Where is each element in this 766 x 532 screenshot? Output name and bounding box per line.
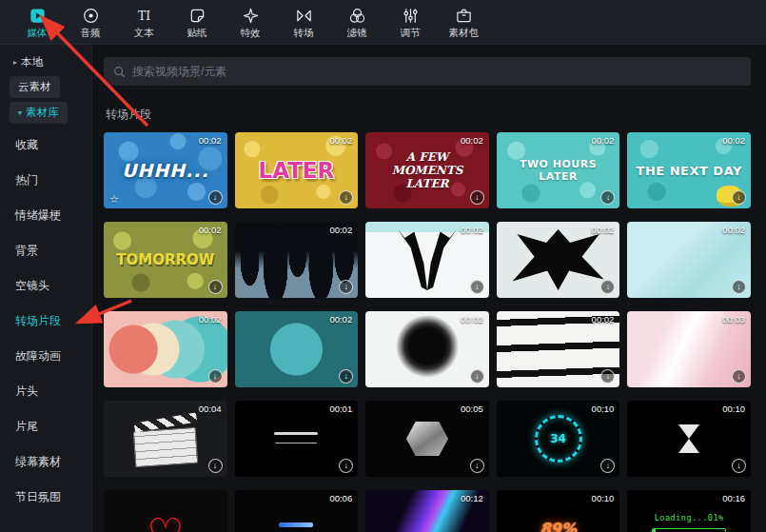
- grid-tile-3[interactable]: TWO HOURS LATER00:02↓: [497, 132, 620, 208]
- sidebar-item-festival[interactable]: 节日氛围: [0, 480, 91, 515]
- download-button[interactable]: ↓: [470, 369, 484, 384]
- download-button[interactable]: ↓: [732, 280, 746, 294]
- toolbar-item-text[interactable]: TI文本: [118, 4, 169, 40]
- filter-icon: [348, 6, 366, 25]
- toolbar-item-label: 特效: [241, 27, 261, 40]
- download-button[interactable]: ↓: [600, 369, 615, 384]
- sidebar-item-outro[interactable]: 片尾: [0, 409, 91, 444]
- toolbar-item-pack[interactable]: 素材包: [438, 4, 489, 40]
- sidebar-tab-label: 云素材: [18, 80, 51, 94]
- toolbar-item-label: 文本: [134, 27, 154, 40]
- sidebar-tab-local[interactable]: ▸本地: [10, 52, 47, 72]
- grid-tile-21[interactable]: 00:06↓: [235, 490, 359, 532]
- toolbar-item-transition[interactable]: 转场: [278, 4, 329, 40]
- tile-duration: 00:02: [199, 225, 222, 235]
- grid-tile-20[interactable]: ↓: [104, 490, 227, 532]
- grid-tile-12[interactable]: 00:02↓: [365, 311, 489, 387]
- tile-duration: 00:03: [722, 314, 745, 325]
- tile-duration: 00:01: [329, 404, 352, 414]
- download-button[interactable]: ↓: [600, 190, 615, 205]
- tile-duration: 00:02: [329, 314, 352, 325]
- download-button[interactable]: ↓: [339, 280, 353, 294]
- grid-tile-9[interactable]: 00:02↓: [627, 222, 751, 298]
- download-button[interactable]: ↓: [208, 369, 223, 384]
- sidebar-item-transition-clips[interactable]: 转场片段: [0, 304, 91, 339]
- tile-duration: 00:02: [461, 225, 483, 235]
- download-button[interactable]: ↓: [600, 280, 615, 294]
- download-button[interactable]: ↓: [208, 190, 223, 205]
- search-input[interactable]: [132, 65, 741, 78]
- tile-title: LATER: [253, 158, 341, 183]
- grid-tile-4[interactable]: THE NEXT DAY00:02↓: [627, 132, 751, 208]
- download-button[interactable]: ↓: [732, 190, 746, 205]
- toolbar-item-sticker[interactable]: 贴纸: [171, 4, 223, 40]
- download-button[interactable]: ↓: [470, 190, 484, 205]
- grid-tile-24[interactable]: Loading...01%00:16↓: [627, 490, 751, 532]
- grid-tile-0[interactable]: UHHH...00:02☆↓: [104, 132, 227, 208]
- download-button[interactable]: ↓: [732, 459, 746, 473]
- sidebar-tab-library[interactable]: ▾素材库: [10, 102, 68, 124]
- tile-duration: 00:10: [592, 493, 615, 503]
- download-button[interactable]: ↓: [208, 459, 223, 473]
- tile-duration: 00:16: [722, 493, 745, 503]
- download-button[interactable]: ↓: [208, 280, 223, 294]
- tile-duration: 00:05: [461, 404, 483, 414]
- sidebar-item-memes[interactable]: 情绪爆梗: [0, 198, 91, 233]
- grid-tile-6[interactable]: 00:02↓: [235, 222, 359, 298]
- tile-duration: 00:02: [199, 314, 222, 325]
- svg-text:TI: TI: [137, 9, 149, 22]
- grid-tile-15[interactable]: 00:04↓: [104, 401, 227, 477]
- download-button[interactable]: ↓: [470, 280, 484, 294]
- toolbar-item-adjust[interactable]: 调节: [384, 4, 436, 40]
- toolbar-item-filter[interactable]: 滤镜: [331, 4, 383, 40]
- grid-tile-23[interactable]: 89%00:10↓: [497, 490, 620, 532]
- tile-duration: 00:04: [199, 404, 222, 414]
- sidebar-item-intro[interactable]: 片头: [0, 374, 91, 409]
- grid-tile-19[interactable]: 00:10↓: [627, 401, 751, 477]
- grid-tile-18[interactable]: 3400:10↓: [497, 401, 620, 477]
- tile-duration: 00:10: [592, 404, 615, 414]
- toolbar-item-effects[interactable]: 特效: [225, 4, 276, 40]
- toolbar-item-label: 媒体: [28, 27, 48, 40]
- search-bar[interactable]: [104, 57, 751, 86]
- download-button[interactable]: ↓: [339, 190, 353, 205]
- sidebar-item-glitch[interactable]: 故障动画: [0, 339, 91, 374]
- favorite-star-icon[interactable]: ☆: [109, 193, 119, 206]
- grid-tile-8[interactable]: 00:02↓: [497, 222, 620, 298]
- download-button[interactable]: ↓: [600, 459, 615, 473]
- sidebar-item-green-screen[interactable]: 绿幕素材: [0, 444, 91, 480]
- grid-tile-16[interactable]: 00:01↓: [235, 401, 359, 477]
- tile-duration: 00:06: [329, 493, 352, 503]
- download-button[interactable]: ↓: [732, 369, 746, 384]
- tile-title: UHHH...: [116, 160, 215, 181]
- pack-icon: [455, 6, 473, 25]
- toolbar-item-label: 音频: [81, 27, 101, 40]
- grid-tile-10[interactable]: 00:02↓: [104, 311, 227, 387]
- grid-tile-1[interactable]: LATER00:02↓: [235, 132, 359, 208]
- toolbar-item-label: 贴纸: [187, 27, 207, 40]
- toolbar-item-media[interactable]: 媒体: [11, 4, 63, 40]
- grid-tile-11[interactable]: 00:02↓: [235, 311, 359, 387]
- grid-tile-5[interactable]: TOMORROW00:02↓: [104, 222, 227, 298]
- grid-tile-7[interactable]: 00:02↓: [365, 222, 489, 298]
- download-button[interactable]: ↓: [470, 459, 484, 473]
- audio-icon: [82, 6, 100, 25]
- sidebar-item-favorites[interactable]: 收藏: [0, 128, 91, 163]
- tile-duration: 00:02: [722, 225, 745, 235]
- sidebar-source-tabs: ▸本地云素材▾素材库: [0, 52, 91, 124]
- download-button[interactable]: ↓: [339, 459, 353, 473]
- toolbar-item-audio[interactable]: 音频: [65, 4, 116, 40]
- grid-tile-17[interactable]: 00:05↓: [365, 401, 489, 477]
- sidebar-item-background[interactable]: 背景: [0, 233, 91, 268]
- sidebar-tab-cloud[interactable]: 云素材: [10, 76, 60, 98]
- section-title: 转场片段: [106, 107, 751, 123]
- sidebar-item-empty-shot[interactable]: 空镜头: [0, 268, 91, 304]
- grid-tile-2[interactable]: A FEW MOMENTS LATER00:02↓: [365, 132, 489, 208]
- tile-duration: 00:02: [461, 314, 483, 325]
- sticker-icon: [188, 6, 206, 25]
- grid-tile-22[interactable]: 00:12↓: [365, 490, 489, 532]
- sidebar-item-hot[interactable]: 热门: [0, 163, 91, 198]
- grid-tile-14[interactable]: 00:03↓: [627, 311, 751, 387]
- grid-tile-13[interactable]: 00:02↓: [497, 311, 620, 387]
- download-button[interactable]: ↓: [339, 369, 353, 384]
